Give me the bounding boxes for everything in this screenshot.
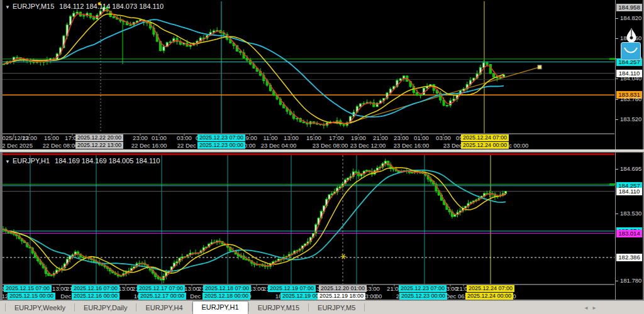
price-label: 183.780 [620, 95, 641, 103]
time-label-highlight: 2025.12.15 00:00 [8, 293, 55, 300]
candlestick-chart-h1[interactable] [0, 153, 615, 300]
scale-tick [616, 281, 618, 281]
scale-tick [616, 38, 618, 39]
time-label: 13:00 [249, 285, 264, 292]
trading-terminal-window: ▼EURJPY,M15184.112 184.114 184.073 184.1… [0, 0, 644, 314]
time-label-highlight: 2025.12.18 07:00 [203, 285, 251, 292]
time-axis-row[interactable]: 2025/12/1513:0021:0013:0021:0013:0021:00… [0, 285, 615, 293]
time-label: 22 Dec 08:00 [43, 142, 79, 149]
scale-tick [616, 99, 618, 100]
moving-average-line [4, 14, 504, 123]
time-label: 13:00 [365, 285, 380, 292]
price-label: 184.110 [616, 188, 642, 195]
time-label-highlight: 2025.12.23 00:00 [197, 142, 245, 149]
time-label-highlight: 2025.12.23 07:00 [197, 134, 245, 141]
ohlc-values: 184.112 184.114 184.073 184.110 [59, 3, 164, 10]
price-label: 181.780 [620, 277, 641, 284]
symbol-timeframe: EURJPY,M15 [13, 3, 54, 10]
time-label: 01:00 [414, 134, 429, 141]
time-axis-row[interactable]: 22 Dec 202522 Dec 08:002025.12.22 13:002… [0, 142, 615, 149]
tab-scroll-right-icon[interactable]: ► [592, 305, 597, 311]
time-label-highlight: 2025.12.19 07:00 [268, 285, 316, 292]
tab-eurjpy-h4[interactable]: EURJPY,H4 [136, 302, 191, 314]
time-label: 21:00 [373, 134, 388, 141]
scale-tick [616, 119, 618, 120]
time-label-highlight: 2025.12.23 07:00 [399, 285, 447, 292]
chart-panel-m15[interactable]: ▼EURJPY,M15184.112 184.114 184.073 184.1… [0, 0, 644, 149]
time-label: 13:00 [284, 134, 299, 141]
time-label: 15:00 [306, 134, 321, 141]
price-scale-m15[interactable]: 184.958184.820184.560184.300184.257184.1… [615, 0, 644, 149]
chart-panel-h1[interactable]: ▼EURJPY,H1184.169 184.169 184.005 184.11… [0, 153, 644, 300]
tab-eurjpy-weekly[interactable]: EURJPY,Weekly [6, 302, 74, 314]
time-axis-row[interactable]: 12Dec 06:00016Dec 06:0001823:000022Dec 0… [0, 293, 615, 300]
time-label: 13:00 [52, 285, 67, 292]
time-label: 03:00 [177, 134, 192, 141]
time-label-highlight: 2025.12.23 00:00 [399, 293, 447, 300]
chart-menu-icon[interactable]: ▼ [5, 159, 10, 165]
price-label: 184.040 [620, 75, 641, 82]
moving-average-line [3, 170, 506, 271]
tab-eurjpy-h1[interactable]: EURJPY,H1 [192, 301, 248, 314]
time-label-highlight: 2025.12.24 00:00 [465, 293, 513, 300]
scale-tick [616, 169, 618, 170]
time-label: 22 Dec 2025 [0, 142, 33, 149]
time-label: 03:00 [436, 134, 451, 141]
chart-tab-bar: EURJPY,WeeklyEURJPY,DailyEURJPY,H4EURJPY… [0, 300, 644, 314]
time-label-highlight: 2025.12.20 01:00 [319, 285, 367, 292]
time-label: 13:00 [118, 285, 133, 292]
price-label: 183.014 [616, 230, 642, 237]
time-label: 19:00 [351, 134, 366, 141]
time-label-highlight: 2025.12.19 18:00 [318, 293, 365, 300]
time-label: 23 Dec 12:00 [350, 142, 386, 149]
time-label: 23:00 [394, 134, 409, 141]
time-label-highlight: 2025.12.18 00:00 [203, 293, 250, 300]
time-label-highlight: 2025.12.16 07:00 [72, 285, 119, 292]
time-label-highlight: 2025.12.22 20:00 [75, 134, 123, 141]
price-label: 183.530 [620, 210, 641, 217]
time-label-highlight: 2025.12.24 00:00 [461, 142, 509, 149]
time-label: 0 [513, 293, 516, 300]
time-label: 23 Dec 04:00 [261, 142, 297, 149]
tab-scroll-left-icon[interactable]: ◄ [584, 305, 589, 311]
tab-eurjpy-m15[interactable]: EURJPY,M15 [249, 302, 308, 314]
time-label: 00 [375, 293, 382, 300]
chart-title-m15: ▼EURJPY,M15184.112 184.114 184.073 184.1… [5, 3, 164, 10]
chart-tool-icon[interactable] [621, 42, 641, 63]
candlestick-layer [3, 159, 507, 283]
price-label: 183.520 [620, 116, 641, 123]
time-label: 23 Dec 16:00 [394, 142, 430, 149]
price-scale-h1[interactable]: 184.695184.257184.110183.530183.074183.0… [615, 153, 644, 300]
price-label: 184.820 [620, 14, 641, 22]
time-label-highlight: 2025.12.17 00:00 [138, 293, 186, 300]
time-label-highlight: 2025.12.16 00:00 [72, 293, 119, 300]
scale-tick [616, 214, 618, 214]
chart-menu-icon[interactable]: ▼ [5, 4, 10, 10]
time-label: 15:00 [44, 134, 59, 141]
scale-tick [616, 18, 618, 19]
time-label-highlight: 2025.12.24 07:00 [461, 134, 509, 141]
candlestick-chart-m15[interactable] [0, 0, 615, 149]
candlestick-layer [3, 5, 505, 129]
time-label-highlight: 2025.12.17 07:00 [137, 285, 185, 292]
time-label: 13:00 [184, 285, 199, 292]
time-label: 11:00 [263, 134, 277, 141]
ohlc-values: 184.169 184.169 184.005 184.110 [55, 157, 160, 165]
tab-eurjpy-m5[interactable]: EURJPY,M5 [309, 302, 364, 314]
time-label: 01:00 [152, 134, 167, 141]
panel-splitter[interactable] [0, 149, 644, 153]
scale-tick [616, 78, 618, 79]
time-label: 22 Dec 16:00 [131, 142, 167, 149]
time-axis-row[interactable]: 2025/12/2213:0015:0017:002025.12.22 20:0… [0, 134, 615, 142]
time-label: 17:00 [329, 134, 344, 141]
time-label-highlight: 2025.12.22 13:00 [75, 142, 123, 149]
time-label: 23:00 [133, 134, 148, 141]
price-label: 182.386 [616, 254, 642, 261]
symbol-timeframe: EURJPY,H1 [13, 157, 50, 165]
tab-eurjpy-daily[interactable]: EURJPY,Daily [75, 302, 136, 314]
price-label: 184.695 [620, 165, 641, 173]
time-label-highlight: 2025.12.15 07:00 [4, 285, 52, 292]
time-label: 13:00 [22, 134, 37, 141]
price-label: 184.958 [616, 4, 642, 11]
trendline-handle [538, 65, 541, 69]
